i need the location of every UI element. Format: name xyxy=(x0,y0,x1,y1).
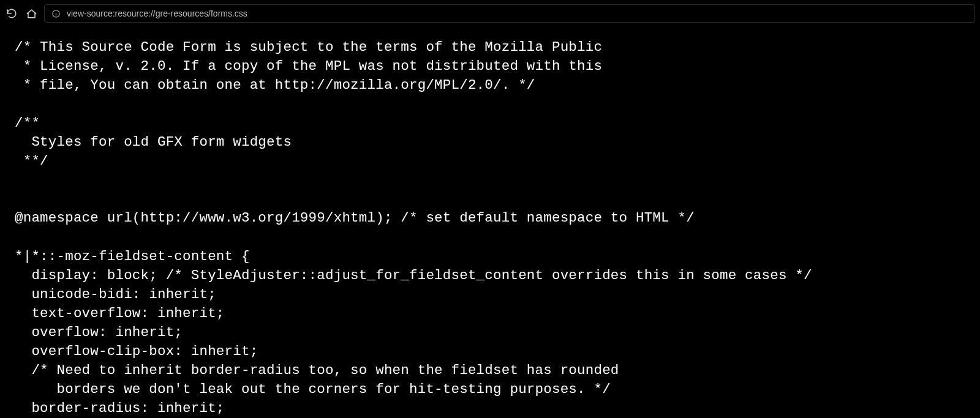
url-bar[interactable] xyxy=(44,4,975,23)
reload-icon[interactable] xyxy=(5,7,18,20)
browser-toolbar xyxy=(0,0,980,27)
info-icon[interactable] xyxy=(51,9,61,18)
svg-point-2 xyxy=(55,12,56,12)
source-code: /* This Source Code Form is subject to t… xyxy=(15,38,965,418)
url-input[interactable] xyxy=(66,8,968,19)
home-icon[interactable] xyxy=(24,7,38,20)
source-viewport[interactable]: /* This Source Code Form is subject to t… xyxy=(0,27,980,418)
